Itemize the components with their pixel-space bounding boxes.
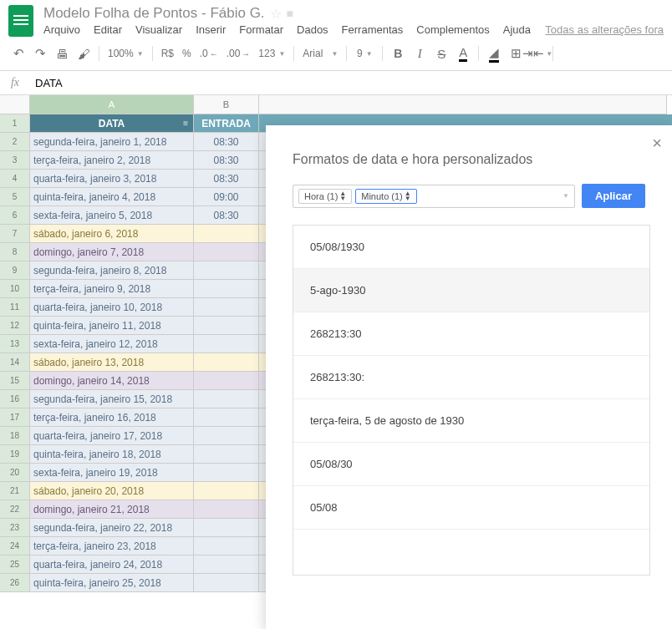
text-color-button[interactable]: A [453, 43, 473, 63]
cell-date[interactable]: sábado, janeiro 6, 2018 [30, 225, 194, 243]
menu-complementos[interactable]: Complementos [416, 23, 489, 36]
cell-date[interactable]: segunda-feira, janeiro 1, 2018 [30, 133, 194, 151]
format-option[interactable]: 5-ago-1930 [293, 269, 649, 312]
increase-decimal-button[interactable]: .00→ [223, 48, 254, 59]
header-cell-entrada[interactable]: ENTRADA [194, 114, 259, 133]
print-icon[interactable]: 🖶 [52, 43, 72, 63]
menu-ajuda[interactable]: Ajuda [503, 23, 531, 36]
percent-button[interactable]: % [179, 48, 195, 59]
row-header[interactable]: 13 [0, 335, 30, 353]
row-header[interactable]: 14 [0, 353, 30, 372]
font-select[interactable]: Arial▼ [299, 48, 341, 59]
row-header[interactable]: 20 [0, 464, 30, 482]
cell-entrada[interactable] [194, 464, 259, 482]
row-header[interactable]: 4 [0, 170, 30, 188]
row-header[interactable]: 26 [0, 574, 30, 592]
decrease-decimal-button[interactable]: .0← [196, 48, 221, 59]
cell-date[interactable]: quinta-feira, janeiro 11, 2018 [30, 317, 194, 335]
merge-button[interactable]: ⇥⇤▼ [527, 43, 547, 63]
row-header[interactable]: 22 [0, 500, 30, 519]
row-header[interactable]: 11 [0, 298, 30, 317]
format-option[interactable]: 05/08/1930 [293, 226, 649, 269]
cell-date[interactable]: segunda-feira, janeiro 22, 2018 [30, 519, 194, 537]
row-header[interactable]: 1 [0, 114, 30, 133]
cell-entrada[interactable] [194, 261, 259, 280]
cell-date[interactable]: segunda-feira, janeiro 8, 2018 [30, 261, 194, 280]
cell-entrada[interactable]: 09:00 [194, 188, 259, 206]
format-option[interactable]: 268213:30 [293, 312, 649, 356]
row-header[interactable]: 17 [0, 408, 30, 427]
format-dropdown-icon[interactable]: ▼ [563, 192, 569, 200]
folder-icon[interactable]: ■ [287, 7, 293, 20]
cell-entrada[interactable] [194, 335, 259, 353]
menu-dados[interactable]: Dados [297, 23, 328, 36]
cell-entrada[interactable] [194, 574, 259, 592]
row-header[interactable]: 6 [0, 206, 30, 225]
format-list[interactable]: 05/08/19305-ago-1930268213:30268213:30:t… [293, 225, 650, 576]
cell-date[interactable]: quarta-feira, janeiro 3, 2018 [30, 170, 194, 188]
cell-date[interactable]: sexta-feira, janeiro 12, 2018 [30, 335, 194, 353]
cell-date[interactable]: domingo, janeiro 14, 2018 [30, 372, 194, 390]
cell-date[interactable]: domingo, janeiro 21, 2018 [30, 500, 194, 519]
star-icon[interactable]: ☆ [270, 6, 282, 22]
row-header[interactable]: 19 [0, 445, 30, 464]
cell-entrada[interactable] [194, 555, 259, 574]
col-header-rest[interactable] [259, 95, 667, 114]
row-header[interactable]: 5 [0, 188, 30, 206]
row-header[interactable]: 18 [0, 427, 30, 445]
cell-date[interactable]: sábado, janeiro 20, 2018 [30, 482, 194, 500]
cell-entrada[interactable] [194, 390, 259, 408]
menu-visualizar[interactable]: Visualizar [135, 23, 182, 36]
cell-date[interactable]: quinta-feira, janeiro 18, 2018 [30, 445, 194, 464]
cell-date[interactable]: terça-feira, janeiro 9, 2018 [30, 280, 194, 298]
cell-entrada[interactable] [194, 280, 259, 298]
format-option[interactable]: 05/08 [293, 486, 649, 530]
cell-date[interactable]: quarta-feira, janeiro 10, 2018 [30, 298, 194, 317]
bold-button[interactable]: B [388, 43, 408, 63]
cell-date[interactable]: domingo, janeiro 7, 2018 [30, 243, 194, 261]
zoom-select[interactable]: 100%▼ [104, 48, 147, 59]
changes-link[interactable]: Todas as alterações fora [545, 23, 664, 36]
row-header[interactable]: 12 [0, 317, 30, 335]
cell-entrada[interactable] [194, 353, 259, 372]
cell-entrada[interactable]: 08:30 [194, 206, 259, 225]
col-header-b[interactable]: B [194, 95, 259, 114]
apply-button[interactable]: Aplicar [582, 184, 645, 208]
sheets-logo[interactable] [8, 5, 33, 37]
cell-entrada[interactable] [194, 317, 259, 335]
cell-entrada[interactable] [194, 445, 259, 464]
cell-entrada[interactable] [194, 298, 259, 317]
cell-date[interactable]: segunda-feira, janeiro 15, 2018 [30, 390, 194, 408]
number-format-select[interactable]: 123▼ [255, 48, 288, 59]
cell-date[interactable]: terça-feira, janeiro 16, 2018 [30, 408, 194, 427]
row-header[interactable]: 24 [0, 537, 30, 555]
row-header[interactable]: 23 [0, 519, 30, 537]
row-header[interactable]: 2 [0, 133, 30, 151]
redo-icon[interactable]: ↷ [30, 43, 50, 63]
currency-button[interactable]: R$ [158, 48, 177, 59]
close-icon[interactable]: × [652, 134, 662, 153]
row-header[interactable]: 21 [0, 482, 30, 500]
hour-chip[interactable]: Hora (1)▲▼ [298, 189, 352, 204]
doc-title[interactable]: Modelo Folha de Pontos - Fábio G. [43, 5, 265, 22]
italic-button[interactable]: I [410, 43, 430, 63]
header-cell-data[interactable]: DATA≡ [30, 114, 194, 133]
cell-date[interactable]: terça-feira, janeiro 2, 2018 [30, 151, 194, 170]
cell-entrada[interactable] [194, 537, 259, 555]
cell-entrada[interactable]: 08:30 [194, 151, 259, 170]
format-input[interactable]: Hora (1)▲▼ Minuto (1)▲▼ ▼ [293, 185, 575, 208]
formula-input[interactable] [30, 72, 672, 94]
cell-entrada[interactable] [194, 408, 259, 427]
format-option[interactable]: terça-feira, 5 de agosto de 1930 [293, 399, 649, 443]
menu-editar[interactable]: Editar [94, 23, 122, 36]
row-header[interactable]: 16 [0, 390, 30, 408]
cell-date[interactable]: terça-feira, janeiro 23, 2018 [30, 537, 194, 555]
col-header-a[interactable]: A [30, 95, 194, 114]
cell-entrada[interactable]: 08:30 [194, 133, 259, 151]
format-option[interactable]: 268213:30: [293, 356, 649, 399]
menu-formatar[interactable]: Formatar [239, 23, 283, 36]
row-header[interactable]: 3 [0, 151, 30, 170]
select-all-corner[interactable] [0, 95, 30, 114]
paint-format-icon[interactable]: 🖌 [74, 43, 94, 63]
row-header[interactable]: 25 [0, 555, 30, 574]
